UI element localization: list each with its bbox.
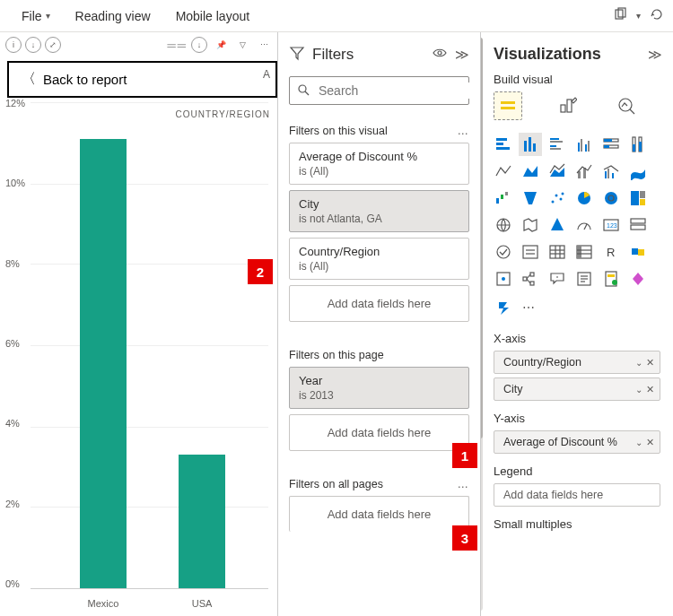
add-filter-drop[interactable]: Add data fields here <box>289 496 469 532</box>
svg-rect-41 <box>496 198 499 204</box>
add-label: Add data fields here <box>503 489 654 501</box>
back-to-report-button[interactable]: 〈 Back to report <box>7 61 277 98</box>
viz-filled-map-icon[interactable] <box>519 213 542 237</box>
filter-card-discount[interactable]: Average of Discount % is (All) <box>289 143 469 185</box>
svg-point-4 <box>299 85 306 92</box>
viz-qa-icon[interactable] <box>546 267 569 291</box>
chevron-down-icon[interactable]: ⌄ <box>635 358 642 368</box>
bar-chart[interactable]: 12% 10% 8% 6% 4% 2% 0% Mexico USA <box>0 98 277 616</box>
viz-100-stacked-bar-icon[interactable] <box>599 133 623 156</box>
viz-subtitle: Build visual <box>481 73 673 91</box>
viz-matrix-icon[interactable] <box>572 240 596 264</box>
remove-icon[interactable]: ✕ <box>646 437 654 448</box>
scrollbar[interactable] <box>481 38 483 611</box>
filter-card-country[interactable]: Country/Region is (All) <box>289 238 469 280</box>
pin-icon[interactable]: 📌 <box>213 37 229 53</box>
filter-card-year[interactable]: Year is 2013 <box>289 367 469 409</box>
more-icon[interactable]: ⋯ <box>522 300 535 315</box>
collapse-icon[interactable]: ≫ <box>455 47 469 63</box>
viz-paginated-report-icon[interactable] <box>599 267 623 291</box>
viz-stacked-bar-icon[interactable] <box>492 133 515 156</box>
viz-clustered-column-icon[interactable] <box>572 133 596 156</box>
bar-mexico[interactable] <box>80 139 127 588</box>
tab-build-visual[interactable] <box>494 91 522 120</box>
viz-line-icon[interactable] <box>492 160 515 183</box>
xaxis-field-city[interactable]: City ⌄ ✕ <box>494 377 660 401</box>
viz-multi-row-card-icon[interactable] <box>626 213 650 237</box>
more-icon[interactable]: … <box>458 478 470 490</box>
menu-file[interactable]: File ▾ <box>9 9 63 23</box>
viz-stacked-column-icon[interactable] <box>519 133 542 156</box>
viz-decomposition-tree-icon[interactable] <box>519 267 542 291</box>
arrow-left-icon: 〈 <box>22 70 36 89</box>
viz-table-icon[interactable] <box>546 240 569 264</box>
chevron-down-icon[interactable]: ⌄ <box>635 438 642 447</box>
viz-waterfall-icon[interactable] <box>492 187 515 210</box>
drill-down-icon[interactable]: ↓ <box>25 37 41 53</box>
viz-card-icon[interactable]: 123 <box>599 213 623 237</box>
filter-name: City <box>299 197 459 211</box>
svg-rect-77 <box>638 249 644 256</box>
viz-gauge-icon[interactable] <box>572 213 596 237</box>
search-input[interactable] <box>317 82 477 99</box>
svg-rect-6 <box>501 101 515 104</box>
xaxis-field-country[interactable]: Country/Region ⌄ ✕ <box>494 351 660 374</box>
svg-rect-60 <box>631 219 645 223</box>
svg-point-46 <box>555 195 558 197</box>
export-icon[interactable]: ↓ <box>191 37 207 53</box>
viz-donut-icon[interactable] <box>599 187 623 210</box>
svg-rect-13 <box>496 143 503 145</box>
viz-smart-narrative-icon[interactable] <box>572 267 596 291</box>
more-icon[interactable]: … <box>458 125 470 137</box>
menu-mobile-layout[interactable]: Mobile layout <box>163 9 263 23</box>
viz-line-clustered-column-icon[interactable] <box>599 160 623 183</box>
bar-usa[interactable] <box>179 455 225 588</box>
viz-scatter-icon[interactable] <box>546 187 569 210</box>
viz-line-column-icon[interactable] <box>572 160 596 183</box>
viz-treemap-icon[interactable] <box>626 187 650 210</box>
info-icon[interactable]: i <box>5 37 22 53</box>
filter-name: Country/Region <box>299 245 459 258</box>
viz-azure-map-icon[interactable] <box>546 213 569 237</box>
viz-pie-icon[interactable] <box>572 187 596 210</box>
expand-icon[interactable]: ⤢ <box>45 37 61 53</box>
more-icon[interactable]: ⋯ <box>256 37 272 53</box>
annotation-marker-1: 1 <box>452 443 477 468</box>
viz-area-icon[interactable] <box>519 160 542 183</box>
add-filter-drop[interactable]: Add data fields here <box>289 414 469 451</box>
filter-card-city[interactable]: City is not Atlanta, GA <box>289 190 469 232</box>
viz-python-icon[interactable] <box>626 240 650 264</box>
tab-format-visual[interactable] <box>553 91 581 120</box>
viz-key-influencers-icon[interactable] <box>492 267 515 291</box>
tab-analytics[interactable] <box>612 91 641 120</box>
viz-100-stacked-column-icon[interactable] <box>626 133 650 156</box>
filter-funnel-icon[interactable]: ▽ <box>234 37 250 53</box>
chevron-down-icon[interactable]: ⌄ <box>635 385 642 395</box>
drag-handle-icon[interactable]: ══ <box>65 39 188 52</box>
copy-icon[interactable] <box>613 7 627 24</box>
menu-reading-view[interactable]: Reading view <box>63 9 163 23</box>
collapse-icon[interactable]: ≫ <box>648 47 662 63</box>
add-filter-drop[interactable]: Add data fields here <box>289 285 469 322</box>
remove-icon[interactable]: ✕ <box>646 357 654 369</box>
eye-icon[interactable] <box>432 45 448 64</box>
viz-funnel-icon[interactable] <box>519 187 542 210</box>
viz-ribbon-icon[interactable] <box>626 160 650 183</box>
legend-add-drop[interactable]: Add data fields here <box>494 483 660 507</box>
viz-map-icon[interactable] <box>492 213 515 237</box>
svg-rect-16 <box>529 137 531 152</box>
viz-clustered-bar-icon[interactable] <box>546 133 569 156</box>
viz-arcgis-icon[interactable] <box>626 267 650 291</box>
x-axis: Mexico USA <box>31 598 268 609</box>
filters-search[interactable] <box>289 76 469 105</box>
annotation-marker-3: 3 <box>452 525 477 551</box>
chevron-down-icon[interactable]: ▾ <box>636 11 641 21</box>
viz-kpi-icon[interactable] <box>492 240 515 264</box>
refresh-icon[interactable] <box>650 7 664 24</box>
viz-r-icon[interactable]: R <box>599 240 623 264</box>
viz-slicer-icon[interactable] <box>519 240 542 264</box>
viz-power-automate-icon[interactable] <box>494 296 517 319</box>
yaxis-field-discount[interactable]: Average of Discount % ⌄ ✕ <box>494 430 660 454</box>
remove-icon[interactable]: ✕ <box>646 384 654 395</box>
viz-stacked-area-icon[interactable] <box>546 160 569 183</box>
